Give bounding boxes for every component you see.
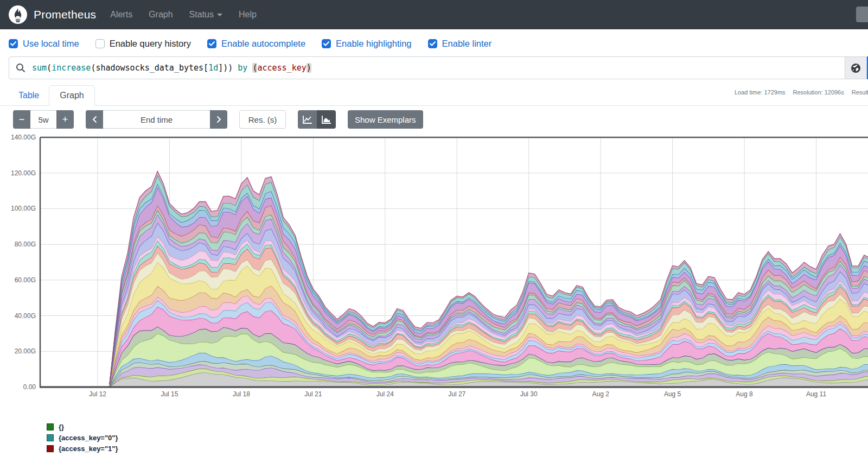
x-tick-label: Jul 24 — [376, 390, 394, 398]
resolution-input[interactable] — [239, 110, 286, 129]
x-tick-label: Aug 2 — [592, 390, 609, 398]
y-tick-label: 60.00G — [15, 276, 36, 284]
time-back-button[interactable] — [86, 110, 103, 129]
nav-item-alerts[interactable]: Alerts — [110, 10, 132, 20]
query-input[interactable]: sum(increase(shadowsocks_data_bytes[1d])… — [9, 56, 867, 79]
y-tick-label: 40.00G — [15, 312, 36, 320]
legend-label: {access_key="0"} — [59, 434, 118, 442]
graph-legend: {}{access_key="0"}{access_key="1"}{acces… — [47, 421, 868, 456]
line-chart-icon — [302, 115, 312, 124]
legend-item[interactable]: {access_key="1"} — [47, 443, 868, 454]
range-input[interactable] — [30, 110, 56, 129]
x-tick-label: Jul 12 — [89, 390, 106, 398]
x-tick-label: Aug 8 — [736, 390, 753, 398]
checkbox-checked-icon[interactable] — [322, 39, 331, 48]
metrics-explorer-button[interactable] — [845, 57, 866, 79]
tab-graph[interactable]: Graph — [49, 85, 94, 106]
legend-item[interactable]: {access_key="0"} — [47, 432, 868, 443]
brand-title: Prometheus — [34, 8, 96, 21]
navbar-menu: AlertsGraphStatusHelp — [110, 10, 257, 20]
time-forward-button[interactable] — [210, 110, 227, 129]
y-tick-label: 80.00G — [15, 240, 36, 248]
x-tick-label: Jul 15 — [161, 390, 178, 398]
show-exemplars-button[interactable]: Show Exemplars — [348, 110, 423, 129]
tab-table[interactable]: Table — [9, 86, 49, 105]
y-tick-label: 120.00G — [11, 169, 36, 177]
nav-item-help[interactable]: Help — [239, 10, 257, 20]
query-stats: Load time: 1729msResolution: 12096sResul… — [735, 89, 868, 96]
option-enable-linter[interactable]: Enable linter — [428, 39, 492, 49]
range-group: − + — [13, 110, 74, 129]
options-row: Use local timeEnable query historyEnable… — [9, 37, 868, 50]
stat-item: Result series: — [852, 89, 868, 96]
legend-swatch — [47, 423, 54, 430]
checkbox-checked-icon[interactable] — [428, 39, 437, 48]
end-time-input[interactable] — [103, 110, 210, 129]
y-tick-label: 0.00 — [23, 383, 36, 391]
x-tick-label: Aug 11 — [806, 390, 826, 398]
x-tick-label: Jul 27 — [448, 390, 465, 398]
endtime-group — [86, 110, 227, 129]
checkbox-checked-icon[interactable] — [207, 39, 216, 48]
legend-item[interactable]: {} — [47, 421, 868, 432]
range-decrease-button[interactable]: − — [13, 110, 30, 129]
query-row: sum(increase(shadowsocks_data_bytes[1d])… — [9, 56, 868, 79]
option-enable-query-history[interactable]: Enable query history — [95, 39, 191, 49]
legend-label: {} — [59, 423, 64, 431]
nav-item-graph[interactable]: Graph — [149, 10, 173, 20]
range-increase-button[interactable]: + — [56, 110, 74, 129]
prometheus-logo-icon — [9, 5, 27, 24]
option-enable-highlighting[interactable]: Enable highlighting — [322, 39, 411, 49]
line-graph-button[interactable] — [298, 110, 317, 129]
x-tick-label: Jul 21 — [304, 390, 322, 398]
graph-type-toggle — [298, 110, 336, 129]
option-label[interactable]: Enable autocomplete — [221, 39, 305, 49]
legend-swatch — [47, 434, 54, 441]
checkbox-unchecked-icon[interactable] — [95, 39, 105, 48]
option-label[interactable]: Enable query history — [110, 39, 191, 49]
option-enable-autocomplete[interactable]: Enable autocomplete — [207, 39, 305, 49]
y-tick-label: 100.00G — [11, 205, 36, 212]
chevron-right-icon — [216, 116, 221, 123]
chevron-left-icon — [92, 116, 97, 123]
y-tick-label: 20.00G — [15, 347, 36, 355]
legend-swatch — [47, 445, 54, 452]
x-tick-label: Jul 30 — [520, 390, 538, 398]
tabs: Table Graph Load time: 1729msResolution:… — [0, 84, 868, 106]
x-tick-label: Jul 18 — [233, 390, 250, 398]
prometheus-brand[interactable]: Prometheus — [9, 5, 96, 24]
area-chart-icon — [321, 115, 331, 124]
globe-icon — [851, 63, 861, 73]
usage-graph[interactable]: 0.0020.00G40.00G60.00G80.00G100.00G120.0… — [0, 133, 868, 404]
stat-item: Resolution: 12096s — [793, 89, 844, 96]
query-expression[interactable]: sum(increase(shadowsocks_data_bytes[1d])… — [32, 57, 845, 79]
legend-item[interactable]: {access_key="10"} — [47, 454, 868, 456]
graph-controls: − + Show Exemplars — [13, 110, 868, 129]
option-label[interactable]: Use local time — [23, 39, 79, 49]
navbar-overflow-button[interactable] — [856, 7, 868, 22]
legend-label: {access_key="1"} — [59, 445, 118, 453]
y-tick-label: 140.00G — [11, 134, 36, 141]
stat-item: Load time: 1729ms — [735, 89, 786, 96]
option-label[interactable]: Enable linter — [442, 39, 492, 49]
nav-item-status[interactable]: Status — [189, 10, 222, 20]
navbar: Prometheus AlertsGraphStatusHelp — [0, 0, 868, 29]
option-label[interactable]: Enable highlighting — [336, 39, 411, 49]
caret-down-icon — [217, 14, 222, 16]
checkbox-checked-icon[interactable] — [9, 39, 18, 48]
option-use-local-time[interactable]: Use local time — [9, 39, 79, 49]
x-tick-label: Aug 5 — [664, 390, 681, 398]
stacked-graph-button[interactable] — [317, 110, 336, 129]
search-icon — [9, 57, 32, 79]
